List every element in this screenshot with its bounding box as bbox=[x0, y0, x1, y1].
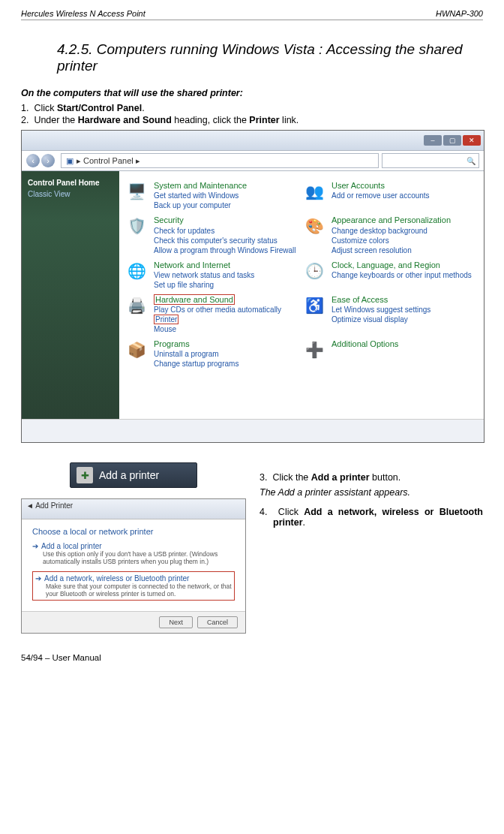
category-link[interactable]: Customize colors bbox=[332, 236, 451, 245]
nav-fwd-button[interactable]: › bbox=[41, 154, 55, 167]
category-icon: 🖨️ bbox=[125, 294, 148, 317]
category-link[interactable]: Get started with Windows bbox=[154, 191, 247, 200]
category-icon: 🌐 bbox=[125, 260, 148, 282]
category-icon: ➕ bbox=[303, 339, 326, 361]
category-icon: 📦 bbox=[125, 339, 148, 361]
hdr-left: Hercules Wireless N Access Point bbox=[21, 9, 146, 18]
add-printer-button[interactable]: ✚ Add a printer bbox=[70, 462, 197, 488]
assistant-note: The Add a printer assistant appears. bbox=[260, 487, 483, 498]
hdr-right: HWNAP-300 bbox=[436, 9, 483, 18]
category-link[interactable]: Printer bbox=[154, 315, 281, 324]
category-link[interactable]: Check this computer's security status bbox=[154, 236, 296, 245]
wizard-option-network[interactable]: ➔Add a network, wireless or Bluetooth pr… bbox=[32, 571, 235, 601]
category-title[interactable]: Ease of Access bbox=[332, 294, 430, 305]
printer-plus-icon: ✚ bbox=[76, 467, 93, 483]
page-header: Hercules Wireless N Access Point HWNAP-3… bbox=[21, 9, 483, 20]
arrow-icon: ➔ bbox=[35, 574, 41, 583]
category-icon: ♿ bbox=[303, 294, 326, 317]
intro-text: On the computers that will use the share… bbox=[21, 88, 483, 98]
cp-category: ♿Ease of AccessLet Windows suggest setti… bbox=[303, 294, 478, 334]
control-panel-icon: ▣ bbox=[66, 156, 74, 166]
category-link[interactable]: Allow a program through Windows Firewall bbox=[154, 245, 296, 255]
category-link[interactable]: Add or remove user accounts bbox=[332, 191, 430, 200]
category-link[interactable]: Uninstall a program bbox=[154, 349, 238, 359]
category-title[interactable]: Clock, Language, and Region bbox=[332, 260, 472, 270]
sidebar-classic-view[interactable]: Classic View bbox=[28, 190, 113, 198]
wizard-next-button[interactable]: Next bbox=[159, 616, 193, 628]
sidebar: Control Panel Home Classic View bbox=[22, 171, 119, 419]
category-icon: 👥 bbox=[303, 180, 326, 203]
category-link[interactable]: Optimize visual display bbox=[332, 315, 430, 324]
category-title[interactable]: Security bbox=[154, 215, 296, 225]
cp-category: 🖨️Hardware and SoundPlay CDs or other me… bbox=[125, 294, 300, 334]
category-link[interactable]: Change keyboards or other input methods bbox=[332, 270, 472, 280]
category-icon: 🎨 bbox=[303, 215, 326, 237]
category-link[interactable]: Check for updates bbox=[154, 226, 296, 236]
category-link[interactable]: Back up your computer bbox=[154, 200, 247, 210]
cp-category: 📦ProgramsUninstall a programChange start… bbox=[125, 339, 300, 369]
cp-category: 🌐Network and InternetView network status… bbox=[125, 260, 300, 290]
category-link[interactable]: Change startup programs bbox=[154, 359, 238, 369]
step-3: 3. Click the Add a printer button. bbox=[260, 472, 483, 483]
cp-categories: 🖥️System and MaintenanceGet started with… bbox=[119, 171, 484, 419]
category-link[interactable]: Play CDs or other media automatically bbox=[154, 305, 281, 315]
arrow-icon: ➔ bbox=[32, 542, 38, 550]
category-link[interactable]: Adjust screen resolution bbox=[332, 245, 451, 255]
wizard-option-local[interactable]: ➔Add a local printer Use this option onl… bbox=[32, 542, 235, 565]
category-link[interactable]: Change desktop background bbox=[332, 226, 451, 236]
breadcrumb[interactable]: ▣ ▸ Control Panel ▸ bbox=[61, 153, 379, 168]
category-link[interactable]: Set up file sharing bbox=[154, 280, 254, 290]
category-icon: 🕒 bbox=[303, 260, 326, 282]
control-panel-window: – ▢ ✕ ‹ › ▣ ▸ Control Panel ▸ 🔍 Control … bbox=[21, 130, 484, 443]
category-icon: 🛡️ bbox=[125, 215, 148, 237]
cp-category: 🛡️SecurityCheck for updatesCheck this co… bbox=[125, 215, 300, 254]
nav-back-button[interactable]: ‹ bbox=[26, 154, 40, 167]
wizard-question: Choose a local or network printer bbox=[32, 527, 235, 536]
add-printer-wizard: ◄ Add Printer Choose a local or network … bbox=[21, 498, 246, 634]
cp-category: 🖥️System and MaintenanceGet started with… bbox=[125, 180, 300, 210]
cp-category: 🎨Appearance and PersonalizationChange de… bbox=[303, 215, 478, 254]
category-title[interactable]: Appearance and Personalization bbox=[332, 215, 451, 225]
category-icon: 🖥️ bbox=[125, 180, 148, 203]
category-title[interactable]: User Accounts bbox=[332, 180, 430, 191]
category-title[interactable]: Additional Options bbox=[332, 339, 398, 349]
category-title[interactable]: Programs bbox=[154, 339, 238, 349]
cp-category: ➕Additional Options bbox=[303, 339, 478, 369]
category-title[interactable]: Network and Internet bbox=[154, 260, 254, 270]
category-title[interactable]: System and Maintenance bbox=[154, 180, 247, 191]
wizard-title: ◄ Add Printer bbox=[22, 499, 245, 519]
step-4: 4. Click Add a network, wireless or Blue… bbox=[260, 507, 483, 528]
wizard-cancel-button[interactable]: Cancel bbox=[197, 616, 238, 628]
back-arrow-icon[interactable]: ◄ bbox=[26, 501, 35, 510]
category-title[interactable]: Hardware and Sound bbox=[154, 294, 281, 305]
search-input[interactable]: 🔍 bbox=[382, 153, 479, 168]
search-icon: 🔍 bbox=[466, 157, 476, 165]
add-printer-label: Add a printer bbox=[99, 469, 159, 481]
titlebar: – ▢ ✕ bbox=[22, 131, 484, 150]
status-bar bbox=[22, 419, 484, 442]
category-link[interactable]: View network status and tasks bbox=[154, 270, 254, 280]
category-link[interactable]: Let Windows suggest settings bbox=[332, 305, 430, 315]
page-footer: 54/94 – User Manual bbox=[21, 653, 483, 662]
cp-category: 👥User AccountsAdd or remove user account… bbox=[303, 180, 478, 210]
maximize-button[interactable]: ▢ bbox=[443, 135, 461, 146]
close-button[interactable]: ✕ bbox=[463, 135, 481, 146]
minimize-button[interactable]: – bbox=[424, 135, 442, 146]
category-link[interactable]: Mouse bbox=[154, 324, 281, 334]
step-2: 2. Under the Hardware and Sound heading,… bbox=[21, 115, 483, 125]
address-bar: ‹ › ▣ ▸ Control Panel ▸ 🔍 bbox=[22, 150, 484, 171]
section-title: 4.2.5. Computers running Windows Vista :… bbox=[57, 41, 483, 74]
cp-category: 🕒Clock, Language, and RegionChange keybo… bbox=[303, 260, 478, 290]
step-1: 1. Click Start/Control Panel. bbox=[21, 103, 483, 113]
sidebar-home: Control Panel Home bbox=[28, 179, 113, 187]
